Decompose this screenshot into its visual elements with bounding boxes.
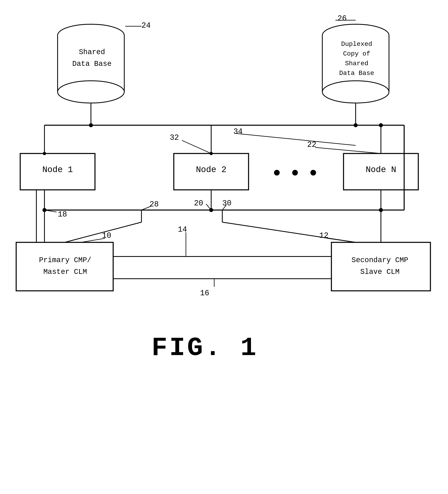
node1-label: Node 1 (27, 164, 88, 176)
ref-34: 34 (233, 127, 243, 136)
svg-point-9 (322, 81, 389, 103)
ref-26: 26 (337, 14, 347, 23)
shared-db-label: Shared Data Base (69, 47, 115, 70)
diagram: Shared Data Base DuplexedCopy ofSharedDa… (0, 0, 448, 494)
ref-22: 22 (307, 140, 317, 149)
nodeN-label: Node N (351, 164, 411, 176)
svg-point-18 (274, 170, 280, 175)
ref-28: 28 (150, 200, 159, 209)
ref-16: 16 (200, 289, 209, 297)
svg-point-19 (292, 170, 298, 175)
node2-label: Node 2 (181, 164, 242, 176)
ref-10: 10 (102, 231, 111, 240)
ref-32: 32 (170, 133, 179, 142)
svg-line-54 (206, 204, 211, 210)
svg-line-53 (315, 148, 381, 153)
ref-12: 12 (319, 231, 329, 240)
svg-point-12 (89, 123, 93, 127)
svg-point-14 (354, 123, 358, 127)
svg-point-22 (43, 152, 46, 155)
svg-point-4 (58, 81, 124, 103)
ref-18: 18 (58, 210, 67, 219)
svg-point-26 (379, 123, 383, 127)
svg-point-20 (310, 170, 316, 175)
figure-label: FIG. 1 (152, 333, 258, 363)
ref-24: 24 (141, 21, 151, 30)
secondary-cmp-label: Secondary CMPSlave CLM (333, 254, 426, 278)
duplexed-db-label: DuplexedCopy ofSharedData Base (332, 39, 382, 78)
ref-30: 30 (222, 199, 231, 208)
svg-line-57 (327, 238, 356, 242)
svg-line-52 (234, 133, 356, 145)
primary-cmp-label: Primary CMP/Master CLM (19, 254, 111, 278)
ref-14: 14 (178, 225, 187, 234)
ref-20: 20 (194, 199, 203, 208)
svg-line-51 (182, 140, 211, 153)
svg-line-56 (81, 238, 105, 242)
